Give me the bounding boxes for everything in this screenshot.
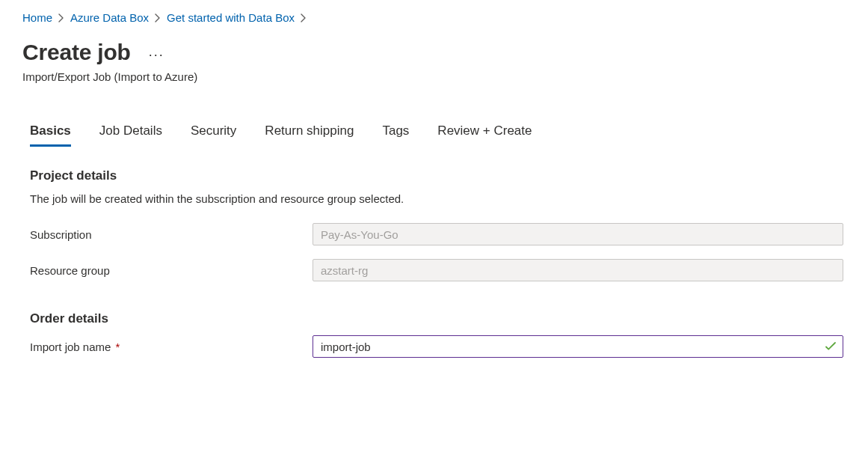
page-subtitle: Import/Export Job (Import to Azure) xyxy=(22,70,846,83)
breadcrumb-link-getstarted[interactable]: Get started with Data Box xyxy=(167,10,295,25)
import-job-name-label: Import job name * xyxy=(30,341,313,353)
subscription-input xyxy=(313,223,843,245)
breadcrumb: Home Azure Data Box Get started with Dat… xyxy=(22,10,846,25)
tab-basics[interactable]: Basics xyxy=(30,123,71,146)
required-asterisk: * xyxy=(116,341,120,353)
tab-tags[interactable]: Tags xyxy=(382,123,409,146)
import-job-name-label-text: Import job name xyxy=(30,341,111,353)
section-order-details: Order details Import job name * xyxy=(22,311,846,358)
tab-security[interactable]: Security xyxy=(191,123,236,146)
project-details-description: The job will be created within the subsc… xyxy=(30,192,846,205)
breadcrumb-link-home[interactable]: Home xyxy=(22,10,52,25)
tab-return-shipping[interactable]: Return shipping xyxy=(265,123,354,146)
tab-review-create[interactable]: Review + Create xyxy=(437,123,532,146)
chevron-right-icon xyxy=(58,13,64,22)
chevron-right-icon xyxy=(301,13,307,22)
tabs: Basics Job Details Security Return shipp… xyxy=(22,123,846,146)
chevron-right-icon xyxy=(155,13,161,22)
tab-job-details[interactable]: Job Details xyxy=(99,123,162,146)
resource-group-label: Resource group xyxy=(30,264,313,277)
import-job-name-input[interactable] xyxy=(313,335,843,358)
ellipsis-icon: ··· xyxy=(149,48,164,61)
breadcrumb-link-databox[interactable]: Azure Data Box xyxy=(70,10,149,25)
order-details-heading: Order details xyxy=(30,311,846,326)
more-actions-button[interactable]: ··· xyxy=(146,46,167,64)
page-title: Create job xyxy=(22,37,131,67)
subscription-label: Subscription xyxy=(30,228,313,241)
project-details-heading: Project details xyxy=(30,168,846,183)
resource-group-input xyxy=(313,259,843,281)
section-project-details: Project details The job will be created … xyxy=(22,168,846,281)
